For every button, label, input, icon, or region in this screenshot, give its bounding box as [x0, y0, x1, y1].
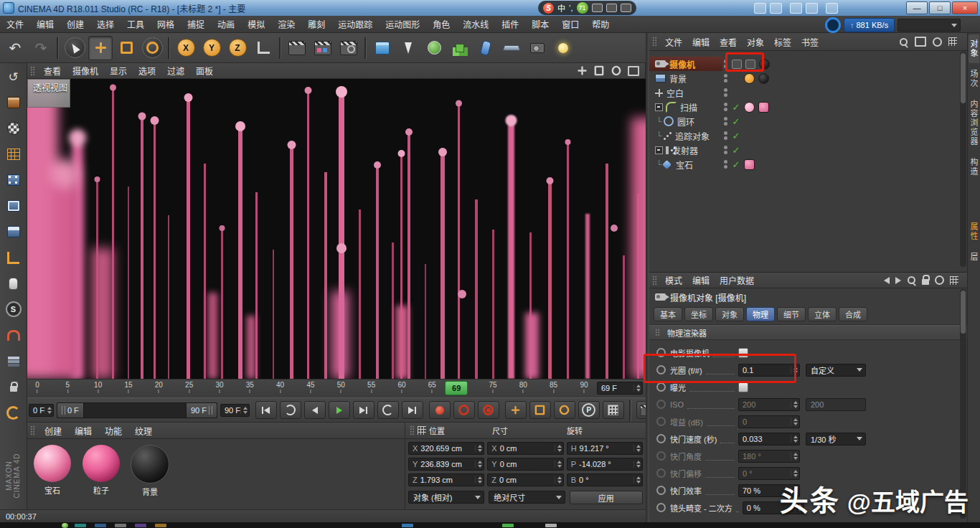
- autokey-button[interactable]: [453, 401, 475, 419]
- taskbar-app-icon[interactable]: [115, 524, 126, 527]
- gain-field[interactable]: 0: [738, 415, 800, 428]
- enabled-check-icon[interactable]: ✓: [732, 116, 740, 127]
- keyframe-presets-button[interactable]: [603, 401, 624, 419]
- exposure-checkbox[interactable]: [738, 382, 748, 392]
- object-row-background[interactable]: 背景: [649, 71, 967, 85]
- array-generator-icon[interactable]: [448, 36, 472, 60]
- edges-mode-icon[interactable]: [3, 195, 24, 217]
- next-frame-button[interactable]: [353, 401, 374, 419]
- windows-taskbar[interactable]: [0, 522, 980, 528]
- taskbar-app-icon[interactable]: [135, 524, 146, 527]
- rotation-b-field[interactable]: B0 °: [567, 473, 643, 486]
- menu-select[interactable]: 选择: [90, 16, 121, 32]
- hud-toggle-icon[interactable]: [3, 402, 24, 423]
- menu-animate[interactable]: 动画: [211, 16, 241, 32]
- spinner-icon[interactable]: [633, 385, 641, 392]
- size-x-field[interactable]: X0 cm: [487, 442, 563, 455]
- spinner-icon[interactable]: [475, 445, 482, 452]
- menu-mesh[interactable]: 网格: [151, 16, 181, 32]
- size-mode-dropdown[interactable]: 绝对尺寸: [489, 491, 565, 504]
- viewport-menu-display[interactable]: 显示: [104, 65, 133, 77]
- size-y-field[interactable]: Y0 cm: [487, 458, 563, 471]
- material-tag-thumbnail[interactable]: [758, 73, 769, 84]
- taskbar-app-icon[interactable]: [155, 524, 166, 527]
- fstop-preset-dropdown[interactable]: 自定义: [806, 364, 866, 377]
- visibility-dots[interactable]: [722, 88, 728, 97]
- x-axis-lock-icon[interactable]: X: [174, 36, 198, 60]
- scale-tool-icon[interactable]: [114, 36, 138, 60]
- frame-ruler[interactable]: 0 5 10 15 20 25 30 35 40 45 50 55 60 65 …: [37, 380, 584, 398]
- tab-basic[interactable]: 基本: [654, 307, 682, 321]
- maximize-button[interactable]: □: [929, 1, 951, 14]
- viewport-menu-filter[interactable]: 过滤: [161, 65, 190, 77]
- tab-composition[interactable]: 合成: [839, 307, 867, 321]
- live-selection-icon[interactable]: [62, 36, 87, 60]
- preview-range-slider[interactable]: 0 F 90 F: [57, 402, 217, 418]
- visibility-dots[interactable]: [722, 160, 728, 169]
- toolbox-icon[interactable]: [621, 4, 631, 12]
- position-z-field[interactable]: Z1.793 cm: [408, 473, 484, 486]
- tab-objects[interactable]: 对象: [969, 34, 979, 63]
- visibility-dots[interactable]: [722, 103, 728, 111]
- menu-simulate[interactable]: 模拟: [241, 16, 271, 32]
- object-row-emitter[interactable]: 发射器 ✓: [649, 143, 967, 157]
- panel-grip[interactable]: [410, 425, 415, 435]
- object-row-circle[interactable]: └ 圆环 ✓: [649, 114, 967, 128]
- light-tool-icon[interactable]: [551, 36, 575, 60]
- om-menu-view[interactable]: 查看: [715, 36, 742, 48]
- close-button[interactable]: ×: [952, 1, 978, 14]
- am-menu-mode[interactable]: 模式: [660, 274, 687, 286]
- tab-takes[interactable]: 场次: [969, 65, 979, 93]
- spinner-icon[interactable]: [791, 453, 798, 460]
- make-editable-icon[interactable]: ↺: [3, 66, 24, 88]
- object-row-null[interactable]: 空白: [649, 85, 967, 100]
- menu-character[interactable]: 角色: [426, 16, 456, 32]
- current-frame-marker[interactable]: 69: [445, 381, 468, 395]
- iso-native-field[interactable]: 200: [806, 398, 866, 411]
- material-menu-texture[interactable]: 纹理: [128, 425, 159, 437]
- workplane-mode-icon[interactable]: [3, 143, 24, 165]
- go-to-end-button[interactable]: [402, 401, 423, 419]
- spinner-icon[interactable]: [44, 407, 52, 414]
- tab-object[interactable]: 对象: [715, 307, 744, 321]
- deformer-icon[interactable]: [473, 36, 498, 60]
- polygons-mode-icon[interactable]: [3, 221, 24, 242]
- viewport-solo-icon[interactable]: [3, 273, 24, 294]
- tab-layers[interactable]: 层: [969, 248, 979, 267]
- scrollbar[interactable]: [960, 52, 966, 267]
- lock-icon[interactable]: [922, 279, 929, 285]
- menu-edit[interactable]: 编辑: [30, 16, 60, 32]
- model-mode-icon[interactable]: [3, 92, 24, 113]
- enabled-check-icon[interactable]: ✓: [732, 145, 740, 156]
- spinner-icon[interactable]: [791, 401, 798, 408]
- tray-icon[interactable]: [806, 3, 818, 14]
- tab-attributes[interactable]: 属性: [969, 217, 979, 246]
- object-row-camera[interactable]: 摄像机: [649, 57, 967, 71]
- enabled-check-icon[interactable]: ✓: [732, 102, 740, 113]
- menu-mograph[interactable]: 运动图形: [379, 16, 426, 32]
- tab-details[interactable]: 细节: [777, 307, 806, 321]
- object-row-gem[interactable]: └ 宝石 ✓: [649, 157, 967, 171]
- menu-tools[interactable]: 工具: [121, 16, 151, 32]
- record-parameter-button[interactable]: P: [578, 401, 600, 419]
- panel-grip[interactable]: [30, 66, 35, 76]
- material-menu-function[interactable]: 功能: [98, 425, 128, 437]
- coordinate-mode-dropdown[interactable]: 对象 (相对): [408, 491, 484, 504]
- shutter-speed-field[interactable]: 0.033: [738, 433, 800, 446]
- material-menu-edit[interactable]: 编辑: [68, 425, 98, 437]
- taskbar-app-icon[interactable]: [75, 524, 86, 527]
- record-position-button[interactable]: [505, 401, 527, 419]
- position-x-field[interactable]: X320.659 cm: [408, 442, 484, 455]
- spinner-icon[interactable]: [475, 476, 482, 484]
- taskbar-app-icon[interactable]: [502, 524, 514, 527]
- ime-lang-toggle[interactable]: 中: [557, 2, 565, 14]
- y-axis-lock-icon[interactable]: Y: [199, 36, 224, 60]
- visibility-dots[interactable]: [722, 146, 728, 154]
- material-tag-thumbnail[interactable]: [744, 73, 755, 84]
- material-tag-thumbnail[interactable]: [744, 102, 755, 113]
- layout-select[interactable]: [897, 19, 961, 32]
- am-menu-userdata[interactable]: 用户数据: [715, 274, 759, 286]
- viewport-menu-view[interactable]: 查看: [38, 65, 67, 77]
- taskbar-app-icon[interactable]: [545, 524, 557, 527]
- object-row-sweep[interactable]: 扫描 ✓: [649, 100, 967, 114]
